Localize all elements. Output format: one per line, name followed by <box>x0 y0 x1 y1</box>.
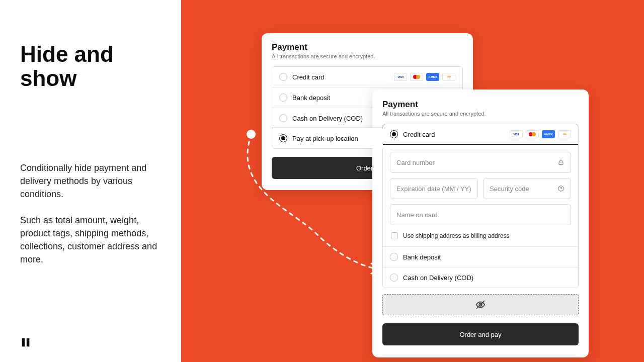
svg-point-2 <box>561 190 561 190</box>
page-description: Conditionally hide payment and delivery … <box>20 161 161 266</box>
amex-icon: AMEX <box>426 73 439 81</box>
option-label: Credit card <box>292 73 325 81</box>
radio-icon <box>279 94 287 102</box>
placeholder: Expiration date (MM / YY) <box>396 185 471 193</box>
order-button-label: Order and pay <box>459 331 501 338</box>
radio-icon <box>390 130 398 138</box>
hidden-payment-placeholder <box>382 294 579 315</box>
option-label: Credit card <box>403 131 435 138</box>
payment-option-credit-card[interactable]: Credit card VISA AMEX ••• <box>382 124 579 145</box>
checkout-card-after: Payment All transactions are secure and … <box>372 89 589 357</box>
visa-icon: VISA <box>394 73 407 81</box>
option-label: Cash on Delivery (COD) <box>403 274 473 282</box>
help-icon <box>557 185 565 192</box>
amex-icon: AMEX <box>542 130 555 138</box>
credit-card-form: Card number Expiration date (MM / YY) Se… <box>383 144 578 246</box>
section-subtitle: All transactions are secure and encrypte… <box>382 111 579 117</box>
placeholder: Security code <box>490 185 529 193</box>
section-title: Payment <box>272 42 463 52</box>
more-brands-icon: ••• <box>558 130 571 138</box>
radio-icon <box>390 253 398 261</box>
mastercard-icon <box>410 73 423 81</box>
brand-logo <box>20 337 31 348</box>
svg-rect-0 <box>559 162 563 164</box>
marketing-sidebar: Hide and show Conditionally hide payment… <box>0 0 181 362</box>
radio-icon <box>390 274 398 282</box>
lock-icon <box>557 159 565 166</box>
option-label: Bank deposit <box>403 253 441 261</box>
visa-icon: VISA <box>510 130 523 138</box>
card-brand-strip: VISA AMEX ••• <box>510 130 571 138</box>
option-label: Bank deposit <box>292 94 330 102</box>
section-title: Payment <box>382 100 579 110</box>
radio-icon <box>279 114 287 122</box>
checkbox-label: Use shipping address as billing address <box>403 232 509 239</box>
payment-option-cod[interactable]: Cash on Delivery (COD) <box>383 267 578 288</box>
more-brands-icon: ••• <box>442 73 455 81</box>
name-on-card-field[interactable]: Name on card <box>390 204 571 225</box>
payment-option-credit-card[interactable]: Credit card VISA AMEX ••• <box>272 67 462 87</box>
option-label: Pay at pick-up location <box>292 135 358 142</box>
placeholder: Name on card <box>396 211 438 219</box>
option-label: Cash on Delivery (COD) <box>292 115 363 122</box>
arrow-start-dot <box>247 130 256 139</box>
order-and-pay-button[interactable]: Order and pay <box>382 323 579 345</box>
placeholder: Card number <box>396 159 435 166</box>
expiration-field[interactable]: Expiration date (MM / YY) <box>390 178 478 199</box>
payment-option-bank-deposit[interactable]: Bank deposit <box>383 246 578 267</box>
demo-canvas: Payment All transactions are secure and … <box>181 0 644 362</box>
card-brand-strip: VISA AMEX ••• <box>394 73 455 81</box>
hidden-icon <box>475 299 486 310</box>
radio-icon <box>279 134 287 142</box>
billing-same-as-shipping-checkbox[interactable]: Use shipping address as billing address <box>390 230 571 239</box>
payment-options-after: Credit card VISA AMEX ••• Card number Ex… <box>382 124 579 288</box>
radio-icon <box>279 73 287 81</box>
security-code-field[interactable]: Security code <box>483 178 571 199</box>
section-subtitle: All transactions are secure and encrypte… <box>272 53 463 59</box>
page-title: Hide and show <box>20 42 161 91</box>
card-number-field[interactable]: Card number <box>390 152 571 173</box>
mastercard-icon <box>526 130 539 138</box>
checkbox-icon <box>391 232 398 239</box>
